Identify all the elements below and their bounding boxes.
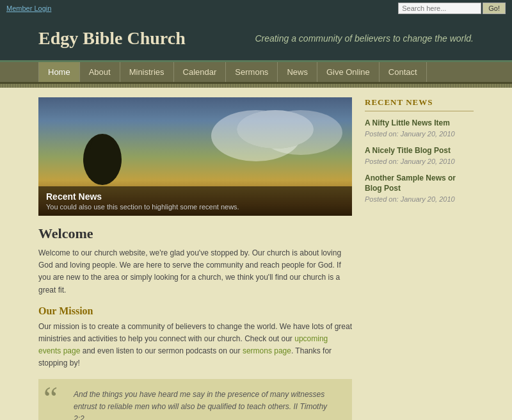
news-item-title[interactable]: Another Sample News or Blog Post: [365, 173, 474, 195]
news-items-list: A Nifty Little News ItemPosted on: Janua…: [365, 118, 474, 203]
search-input[interactable]: [398, 3, 481, 14]
quote-text: And the things you have heard me say in …: [74, 389, 339, 421]
news-item: A Nicely Title Blog PostPosted on: Janua…: [365, 145, 474, 165]
mission-title: Our Mission: [38, 305, 352, 317]
sermons-link[interactable]: sermons page: [243, 346, 291, 355]
header: Edgy Bible Church Creating a community o…: [0, 17, 512, 62]
news-item-title[interactable]: A Nicely Title Blog Post: [365, 145, 474, 156]
top-bar: Member Login Go!: [0, 0, 512, 17]
recent-news-title: RECENT NEWS: [365, 97, 474, 111]
sidebar: RECENT NEWS A Nifty Little News ItemPost…: [365, 97, 474, 420]
content-area: Recent News You could also use this sect…: [38, 97, 352, 420]
hero-image: Recent News You could also use this sect…: [38, 97, 352, 216]
quote-box: “ And the things you have heard me say i…: [38, 379, 352, 421]
search-button[interactable]: Go!: [483, 3, 506, 14]
nav-item-contact[interactable]: Contact: [380, 62, 427, 82]
news-item-date: Posted on: January 20, 2010: [365, 195, 474, 203]
news-item: Another Sample News or Blog PostPosted o…: [365, 173, 474, 204]
member-login-link[interactable]: Member Login: [6, 4, 51, 12]
hero-caption-title: Recent News: [46, 191, 344, 202]
welcome-text: Welcome to our church website, we're gla…: [38, 247, 352, 296]
mission-text: Our mission is to create a community of …: [38, 321, 352, 370]
nav-item-about[interactable]: About: [80, 62, 120, 82]
welcome-title: Welcome: [38, 225, 352, 242]
main-content: Recent News You could also use this sect…: [0, 88, 512, 420]
nav-item-news[interactable]: News: [278, 62, 317, 82]
hero-caption: Recent News You could also use this sect…: [38, 186, 352, 216]
search-form: Go!: [398, 3, 506, 14]
hero-caption-text: You could also use this section to highl…: [46, 203, 344, 211]
news-item: A Nifty Little News ItemPosted on: Janua…: [365, 118, 474, 138]
nav-item-calendar[interactable]: Calendar: [174, 62, 227, 82]
news-item-date: Posted on: January 20, 2010: [365, 158, 474, 165]
news-item-date: Posted on: January 20, 2010: [365, 130, 474, 138]
news-item-title[interactable]: A Nifty Little News Item: [365, 118, 474, 129]
nav-item-give-online[interactable]: Give Online: [317, 62, 380, 82]
mission-text-middle: and even listen to our sermon podcasts o…: [80, 346, 242, 355]
quote-mark: “: [44, 382, 58, 414]
nav-item-home[interactable]: Home: [38, 62, 80, 82]
site-title: Edgy Bible Church: [38, 28, 186, 49]
tagline: Creating a community of believers to cha…: [255, 33, 474, 44]
nav: HomeAboutMinistriesCalendarSermonsNewsGi…: [0, 62, 512, 84]
nav-item-sermons[interactable]: Sermons: [226, 62, 278, 82]
nav-item-ministries[interactable]: Ministries: [120, 62, 174, 82]
